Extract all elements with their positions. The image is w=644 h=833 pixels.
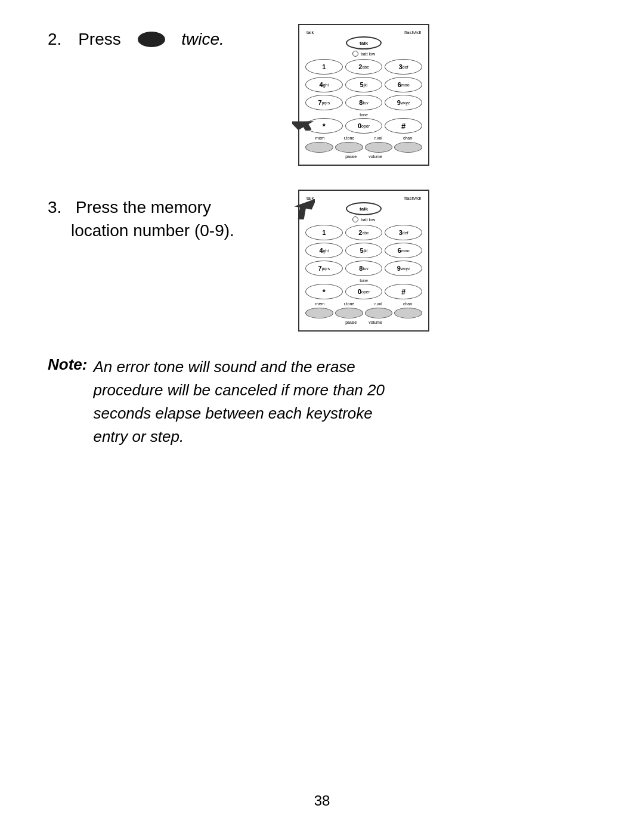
k2-key-8: 8tuv — [345, 261, 383, 276]
k2-key-4: 4ghi — [305, 243, 343, 258]
keypad1-grid: 1 2abc 3def 4ghi 5jkl 6mno 7pqrs 8tuv 9w… — [305, 59, 422, 110]
keypad1-pause-volume: pause volume — [305, 154, 422, 159]
keypad2-batt-row: batt low — [305, 216, 422, 222]
key-8: 8tuv — [345, 95, 383, 110]
step3-line1: Press the memory — [76, 198, 211, 216]
keypad2-pause-volume: pause volume — [305, 320, 422, 324]
keypad2-bottom-labels: mem r.tone r.vol chan — [305, 302, 422, 306]
step3-arrow-icon — [285, 196, 315, 219]
key-1: 1 — [305, 59, 343, 75]
keypad2-talk-button: talk — [346, 202, 382, 215]
step2-text: 2. Press twice. — [48, 24, 274, 49]
k2-key-7: 7pqrs — [305, 261, 343, 276]
note-label: Note: — [48, 355, 87, 374]
keypad1-talk-button: talk — [346, 36, 382, 49]
soft-btn-1 — [305, 142, 333, 153]
k2-soft-btn-4 — [394, 308, 422, 318]
key-hash: # — [385, 118, 422, 134]
k2-key-3: 3def — [385, 225, 422, 240]
note-section: Note: An error tone will sound and the e… — [48, 355, 596, 448]
k2-key-9: 9wxyz — [385, 261, 422, 276]
step2-twice-label: twice. — [181, 30, 224, 49]
keypad1-talk-row: talk — [305, 36, 422, 49]
svg-marker-1 — [292, 196, 315, 219]
step2-arrow-icon — [292, 107, 322, 131]
k2-soft-btn-3 — [365, 308, 393, 318]
key-5: 5jkl — [345, 77, 383, 92]
keypad2-talk-row: talk — [305, 202, 422, 215]
keypad1-bottom-labels: mem r.tone r.vol chan — [305, 136, 422, 140]
step2-press-label: Press — [78, 30, 121, 49]
keypad2-soft-buttons — [305, 308, 422, 318]
mem-button-icon — [138, 32, 165, 47]
step3-row: 3. Press the memory location number (0-9… — [48, 190, 596, 332]
note-content: An error tone will sound and the erase p… — [93, 355, 385, 448]
key-zero: 0oper — [345, 118, 383, 134]
keypad1-batt-circle — [352, 51, 358, 57]
soft-btn-2 — [335, 142, 363, 153]
k2-key-5: 5jkl — [345, 243, 383, 258]
keypad1-batt-row: batt low — [305, 51, 422, 57]
keypad2-bottom-row: * 0oper # — [305, 284, 422, 299]
k2-soft-btn-1 — [305, 308, 333, 318]
page-number: 38 — [314, 792, 330, 809]
key-4: 4ghi — [305, 77, 343, 92]
soft-btn-3 — [365, 142, 393, 153]
step2-row: 2. Press twice. talk flash/rdl — [48, 24, 596, 166]
key-3: 3def — [385, 59, 422, 75]
keypad2-top-labels: talk flash/rdl — [305, 196, 422, 201]
keypad1-tone-label: tone — [305, 113, 422, 117]
k2-soft-btn-2 — [335, 308, 363, 318]
k2-key-hash: # — [385, 284, 422, 299]
key-6: 6mno — [385, 77, 422, 92]
k2-key-star: * — [305, 284, 343, 299]
step3-number: 3. — [48, 198, 61, 216]
keypad1: talk flash/rdl talk batt low 1 2abc 3def — [298, 24, 429, 166]
keypad2-tone-label: tone — [305, 278, 422, 283]
k2-key-2: 2abc — [345, 225, 383, 240]
soft-btn-4 — [394, 142, 422, 153]
svg-marker-0 — [292, 111, 317, 131]
step3-line2: location number (0-9). — [71, 221, 234, 240]
step2-number: 2. — [48, 30, 61, 49]
k2-key-6: 6mno — [385, 243, 422, 258]
keypad2-batt-circle — [352, 216, 358, 222]
k2-key-1: 1 — [305, 225, 343, 240]
keypad1-bottom-row: * 0oper # — [305, 118, 422, 134]
step3-text: 3. Press the memory location number (0-9… — [48, 190, 274, 242]
keypad2: talk flash/rdl talk batt low 1 2abc 3def — [298, 190, 429, 332]
keypad1-soft-buttons — [305, 142, 422, 153]
key-2: 2abc — [345, 59, 383, 75]
keypad2-grid: 1 2abc 3def 4ghi 5jkl 6mno 7pqrs 8tuv 9w… — [305, 225, 422, 276]
k2-key-zero: 0oper — [345, 284, 383, 299]
keypad1-top-labels: talk flash/rdl — [305, 30, 422, 35]
key-9: 9wxyz — [385, 95, 422, 110]
page-container: 2. Press twice. talk flash/rdl — [0, 0, 644, 833]
